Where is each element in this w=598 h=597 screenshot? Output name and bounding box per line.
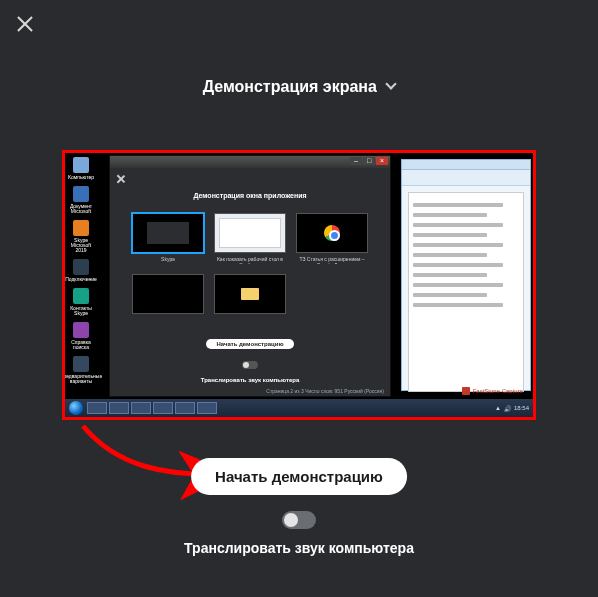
desktop-icon: Предварительные варианты <box>69 356 93 384</box>
desktop-icon: Справка поиска <box>69 322 93 350</box>
audio-toggle[interactable] <box>282 511 316 529</box>
window-thumbnail <box>214 274 286 325</box>
window-thumbnail-grid: Skype Как показать рабочий стол в Скайпе… <box>110 213 390 325</box>
desktop-icon: Компьютер <box>69 157 93 180</box>
chevron-down-icon <box>386 78 397 89</box>
screen-preview: Компьютер Документ Microsoft Skype Micro… <box>65 153 533 417</box>
desktop-background: Компьютер Документ Microsoft Skype Micro… <box>65 153 533 417</box>
dialog-title-row[interactable]: Демонстрация экрана <box>0 78 598 96</box>
clock: 18:54 <box>514 405 529 411</box>
screen-preview-selection[interactable]: Компьютер Документ Microsoft Skype Micro… <box>62 150 536 420</box>
close-icon[interactable] <box>15 14 35 34</box>
dialog-title: Демонстрация экрана <box>203 78 377 95</box>
inner-start-button: Начать демонстрацию <box>206 339 293 349</box>
window-thumbnail: Skype <box>132 213 204 264</box>
word-window <box>401 159 531 391</box>
faststone-widget: FastStone Capture <box>462 387 523 395</box>
window-thumbnail: ТЗ Статья с расширением – Google Дис… <box>296 213 368 264</box>
desktop-icons: Компьютер Документ Microsoft Skype Micro… <box>69 157 93 384</box>
start-orb-icon <box>69 401 83 415</box>
toggle-knob <box>284 513 298 527</box>
taskbar: ▲🔊 18:54 <box>65 399 533 417</box>
desktop-icon: Подключение <box>69 259 93 282</box>
minimize-icon: – <box>350 157 362 165</box>
maximize-icon: □ <box>363 157 375 165</box>
audio-toggle-label: Транслировать звук компьютера <box>0 540 598 556</box>
desktop-icon: Документ Microsoft <box>69 186 93 214</box>
desktop-icon: Skype Microsoft 2019 <box>69 220 93 253</box>
system-tray: ▲🔊 18:54 <box>495 405 529 412</box>
window-thumbnail <box>132 274 204 325</box>
close-icon <box>116 174 126 184</box>
start-sharing-button[interactable]: Начать демонстрацию <box>191 458 407 495</box>
inner-skype-modal: – □ × Демонстрация окна приложения Skype… <box>109 155 391 397</box>
inner-statusbar: Страница 2 из 3 Число слов: 951 Русский … <box>266 388 384 394</box>
faststone-icon <box>462 387 470 395</box>
inner-audio-toggle <box>242 361 258 369</box>
inner-audio-label: Транслировать звук компьютера <box>110 377 390 383</box>
inner-modal-title: Демонстрация окна приложения <box>110 192 390 199</box>
desktop-icon: Контакты Skype <box>69 288 93 316</box>
close-icon: × <box>376 157 388 165</box>
inner-titlebar: – □ × <box>110 156 390 168</box>
window-thumbnail: Как показать рабочий стол в Скайпе… <box>214 213 286 264</box>
